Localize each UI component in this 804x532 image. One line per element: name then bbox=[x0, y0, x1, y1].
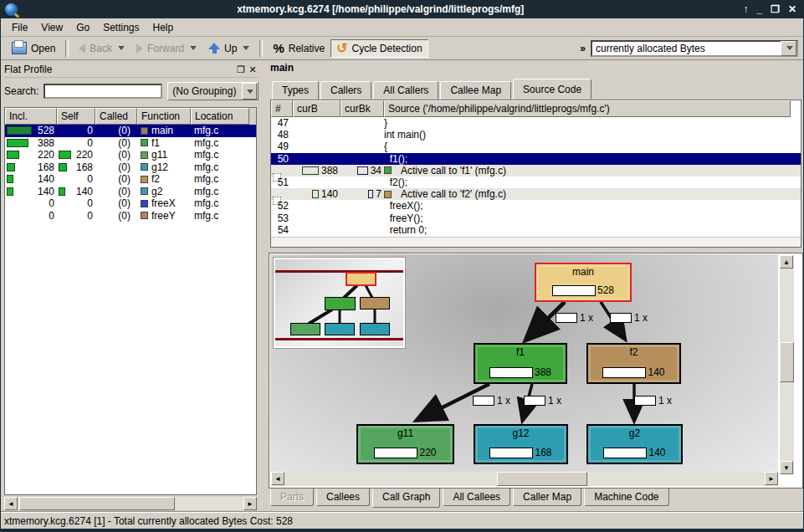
source-line[interactable]: 50 f1(); bbox=[271, 153, 801, 165]
incl-cost-bar bbox=[7, 151, 19, 159]
source-line[interactable]: 48 int main() bbox=[271, 129, 801, 141]
maximize-button[interactable]: ❒ bbox=[771, 3, 780, 15]
source-line[interactable]: 52 freeX(); bbox=[271, 200, 801, 212]
bottom-tab[interactable]: Parts bbox=[270, 489, 314, 506]
graph-node-cost-value: 140 bbox=[648, 366, 664, 378]
source-code-view: #curBcurBkSource ('/home/philippe/valgri… bbox=[270, 100, 801, 248]
graph-node[interactable]: f1 388 bbox=[474, 343, 567, 384]
scroll-left-button[interactable]: ◄ bbox=[4, 497, 18, 510]
graph-vscrollbar[interactable]: ▲ ▼ bbox=[780, 255, 794, 474]
source-line[interactable]: 54 return 0; bbox=[271, 224, 801, 236]
graph-hscrollbar[interactable]: ◄ ► bbox=[271, 472, 778, 486]
relative-button[interactable]: % Relative bbox=[267, 38, 330, 59]
close-button[interactable]: ✕ bbox=[788, 3, 796, 15]
up-button[interactable]: Up bbox=[202, 39, 255, 58]
scrollbar-thumb[interactable] bbox=[780, 342, 794, 382]
source-line[interactable]: 53 freeY(); bbox=[271, 212, 801, 224]
scrollbar-thumb[interactable] bbox=[497, 472, 587, 486]
graph-node[interactable]: main 528 bbox=[535, 263, 632, 302]
open-button[interactable]: Open bbox=[6, 38, 61, 58]
graph-node[interactable]: g2 140 bbox=[586, 424, 683, 464]
shade-button[interactable]: ↑ bbox=[743, 3, 748, 15]
scroll-right-button[interactable]: ► bbox=[765, 472, 778, 485]
table-row[interactable]: 0 0 (0) freeY mfg.c bbox=[5, 210, 256, 223]
event-type-dropdown-button[interactable] bbox=[781, 41, 796, 56]
scrollbar-thumb[interactable] bbox=[19, 497, 175, 510]
event-type-select[interactable]: currently allocated Bytes bbox=[591, 40, 798, 57]
function-view-tab[interactable]: Types bbox=[272, 81, 319, 100]
source-line[interactable]: 388 34 Active call to 'f1' (mfg.c) bbox=[271, 165, 801, 176]
function-name: freeX bbox=[151, 197, 176, 209]
table-row[interactable]: 0 0 (0) freeX mfg.c bbox=[5, 197, 256, 210]
bottom-tab[interactable]: Callees bbox=[316, 489, 370, 506]
column-header[interactable]: curB bbox=[293, 100, 341, 117]
function-name: g2 bbox=[151, 186, 162, 197]
minimap-node bbox=[360, 323, 390, 335]
column-header[interactable]: curBk bbox=[341, 100, 384, 117]
table-row[interactable]: 140 0 (0) f2 mfg.c bbox=[5, 173, 256, 186]
scroll-left-button[interactable]: ◄ bbox=[271, 472, 284, 485]
source-line[interactable]: 49 { bbox=[271, 141, 801, 152]
column-header[interactable]: Source ('/home/philippe/valgrind/littlep… bbox=[384, 100, 791, 117]
search-input[interactable] bbox=[44, 84, 162, 99]
bottom-tab[interactable]: All Callees bbox=[443, 489, 510, 506]
column-header[interactable]: Function bbox=[137, 108, 191, 125]
bottom-tab[interactable]: Caller Map bbox=[513, 489, 581, 506]
graph-node[interactable]: g11 220 bbox=[356, 424, 454, 464]
grouping-select[interactable]: (No Grouping) bbox=[167, 82, 259, 100]
column-header[interactable]: Location bbox=[191, 108, 249, 125]
back-button[interactable]: Back bbox=[73, 39, 131, 58]
self-value: 168 bbox=[76, 161, 93, 173]
graph-minimap[interactable] bbox=[274, 258, 405, 348]
function-view-tab[interactable]: Callers bbox=[320, 81, 371, 100]
menu-item[interactable]: Help bbox=[147, 20, 180, 35]
bottom-tab[interactable]: Call Graph bbox=[372, 489, 440, 508]
source-line[interactable]: 140 7 Active call to 'f2' (mfg.c) bbox=[271, 188, 801, 200]
table-row[interactable]: 528 0 (0) main mfg.c bbox=[5, 125, 256, 137]
cycle-detection-button[interactable]: ↺ Cycle Detection bbox=[330, 39, 428, 58]
graph-node[interactable]: g12 168 bbox=[474, 424, 568, 464]
graph-node-cost-bar bbox=[489, 367, 533, 378]
source-hscrollbar[interactable] bbox=[271, 237, 801, 247]
curBk-bar bbox=[357, 166, 368, 175]
menu-item[interactable]: Go bbox=[70, 20, 95, 35]
grouping-dropdown-button[interactable] bbox=[242, 83, 257, 100]
function-view-tab[interactable]: All Callers bbox=[373, 81, 438, 100]
toolbar-separator bbox=[259, 40, 263, 57]
scroll-up-button[interactable]: ▲ bbox=[780, 255, 793, 269]
called-value: (0) bbox=[95, 173, 137, 186]
edge-cost-bar bbox=[524, 396, 545, 406]
menu-item[interactable]: Settings bbox=[97, 20, 145, 35]
column-header[interactable]: # bbox=[271, 100, 293, 117]
function-view-tab[interactable]: Source Code bbox=[513, 79, 591, 100]
bottom-tab[interactable]: Machine Code bbox=[584, 489, 668, 506]
column-header[interactable]: Called bbox=[95, 108, 137, 125]
forward-icon bbox=[136, 43, 143, 54]
function-view-tab[interactable]: Callee Map bbox=[440, 81, 511, 100]
scroll-right-button[interactable]: ► bbox=[243, 497, 257, 510]
dock-close-button[interactable]: ✕ bbox=[247, 64, 259, 75]
source-line[interactable]: 51 f2(); bbox=[271, 176, 801, 188]
graph-node[interactable]: f2 140 bbox=[586, 343, 681, 384]
forward-button[interactable]: Forward bbox=[131, 39, 202, 58]
source-line[interactable]: 47 } bbox=[271, 117, 801, 129]
menu-item[interactable]: File bbox=[6, 20, 33, 35]
table-row[interactable]: 388 0 (0) f1 mfg.c bbox=[5, 137, 256, 150]
column-header[interactable]: Incl. bbox=[5, 108, 57, 125]
table-row[interactable]: 220 220 (0) g11 mfg.c bbox=[5, 149, 256, 161]
up-dropdown-icon bbox=[243, 46, 249, 50]
scroll-down-button[interactable]: ▼ bbox=[780, 461, 793, 474]
minimize-button[interactable]: _ bbox=[756, 3, 762, 15]
call-graph-canvas[interactable]: main 528 f1 388 bbox=[270, 254, 778, 472]
graph-node-label: f2 bbox=[629, 346, 638, 358]
column-header[interactable]: Self bbox=[57, 108, 95, 125]
source-header: #curBcurBkSource ('/home/philippe/valgri… bbox=[271, 100, 801, 117]
table-row[interactable]: 168 168 (0) g12 mfg.c bbox=[5, 161, 256, 174]
edge-cost-bar bbox=[634, 396, 656, 406]
table-row[interactable]: 140 140 (0) g2 mfg.c bbox=[5, 186, 256, 198]
menu-item[interactable]: View bbox=[35, 20, 69, 35]
toolbar-overflow-chevron[interactable]: » bbox=[580, 43, 586, 54]
graph-node-cost-bar bbox=[489, 448, 533, 458]
dock-float-button[interactable]: ❐ bbox=[235, 64, 247, 75]
flat-profile-hscrollbar[interactable]: ◄ ► bbox=[4, 497, 257, 510]
